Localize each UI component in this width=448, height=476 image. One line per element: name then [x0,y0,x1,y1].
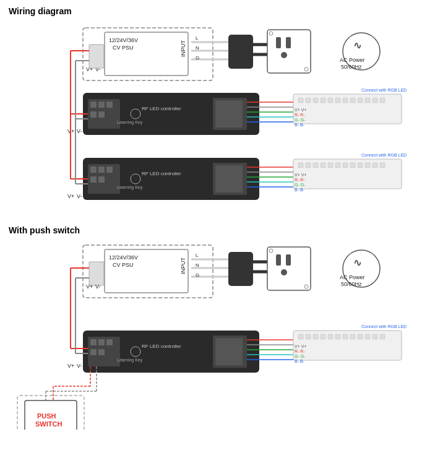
svg-text:G-  G-: G- G- [295,183,306,187]
svg-text:N: N [196,45,199,51]
svg-text:AC Power: AC Power [340,57,365,63]
svg-rect-102 [380,163,385,168]
svg-rect-36 [90,111,97,118]
wiring-title: Wiring diagram [9,6,439,16]
svg-rect-33 [90,102,97,108]
svg-text:Learning Key: Learning Key [117,185,143,190]
svg-text:V+ V+: V+ V+ [295,173,306,177]
svg-text:V+ V+: V+ V+ [295,108,306,112]
svg-text:∿: ∿ [353,257,361,268]
svg-rect-58 [358,98,363,103]
svg-rect-148 [98,339,105,345]
svg-rect-7 [89,45,104,68]
svg-rect-133 [286,254,291,266]
svg-text:V-: V- [77,193,82,199]
svg-rect-168 [335,334,340,339]
svg-rect-150 [90,349,97,355]
svg-text:G-  G-: G- G- [295,354,306,358]
svg-text:∿: ∿ [353,40,361,51]
svg-rect-169 [343,334,348,339]
svg-rect-57 [350,98,355,103]
svg-text:50/60Hz: 50/60Hz [341,281,362,287]
svg-rect-131 [267,247,311,290]
svg-rect-171 [358,334,363,339]
svg-rect-132 [276,254,281,266]
page-container: Wiring diagram 12/24V/36V CV PSU V+ V- I… [0,0,448,476]
svg-rect-54 [328,98,333,103]
svg-text:B-  B-: B- B- [295,359,305,363]
svg-text:V+ V+: V+ V+ [295,344,306,348]
svg-text:V+: V+ [86,283,93,290]
svg-rect-149 [106,339,113,345]
svg-rect-53 [321,98,325,103]
svg-text:B-  B-: B- B- [295,123,305,127]
svg-rect-165 [313,334,318,339]
svg-rect-166 [321,334,325,339]
svg-rect-19 [276,37,281,48]
svg-text:R-  R-: R- R- [295,113,305,117]
svg-rect-52 [313,98,318,103]
svg-rect-43 [215,100,243,128]
svg-rect-38 [106,102,113,108]
svg-text:N: N [196,262,199,268]
svg-rect-118 [89,262,104,285]
wiring-diagram: 12/24V/36V CV PSU V+ V- INPUT [9,19,439,223]
svg-rect-84 [215,165,243,193]
svg-rect-173 [373,334,377,339]
svg-rect-147 [90,339,97,345]
svg-rect-34 [98,102,105,108]
svg-rect-18 [267,30,311,73]
svg-rect-167 [328,334,333,339]
svg-text:V-: V- [95,283,101,290]
svg-text:INPUT: INPUT [180,40,186,57]
svg-rect-100 [365,163,370,168]
svg-rect-59 [365,98,370,103]
push-switch-title: With push switch [9,225,439,235]
svg-rect-163 [298,334,303,339]
svg-text:L: L [196,253,199,258]
svg-text:INPUT: INPUT [180,257,186,274]
svg-rect-164 [306,334,311,339]
svg-text:PUSH: PUSH [37,412,56,420]
svg-rect-77 [106,167,113,173]
svg-rect-20 [286,37,291,48]
svg-text:Learning Key: Learning Key [117,358,143,363]
svg-text:Learning Key: Learning Key [117,120,143,125]
svg-rect-92 [306,163,311,168]
svg-rect-172 [365,334,370,339]
svg-rect-93 [313,163,318,168]
svg-rect-96 [335,163,340,168]
svg-rect-170 [350,334,355,339]
svg-text:50/60Hz: 50/60Hz [341,64,362,70]
svg-text:V-: V- [77,363,82,369]
svg-text:G-  G-: G- G- [295,118,306,122]
svg-rect-78 [90,176,97,183]
svg-text:RF LED controller: RF LED controller [142,344,181,349]
svg-rect-134 [281,269,287,275]
svg-text:Connect with RGB LED: Connect with RGB LED [361,153,407,157]
svg-rect-156 [215,338,243,365]
svg-text:G: G [196,55,199,61]
svg-text:L: L [196,35,199,41]
svg-rect-174 [380,334,385,339]
svg-rect-15 [228,35,253,69]
svg-rect-37 [98,111,105,118]
svg-text:AC Power: AC Power [340,274,365,280]
svg-text:Connect with RGB LED: Connect with RGB LED [361,324,407,329]
svg-text:RF LED controller: RF LED controller [142,106,181,111]
svg-text:V-: V- [77,128,82,134]
svg-text:12/24V/36V: 12/24V/36V [109,254,138,261]
svg-rect-95 [328,163,333,168]
svg-rect-101 [373,163,377,168]
svg-rect-60 [373,98,377,103]
svg-text:CV PSU: CV PSU [113,45,134,51]
svg-text:12/24V/36V: 12/24V/36V [109,37,138,43]
svg-rect-61 [380,98,385,103]
svg-rect-75 [90,167,97,173]
svg-rect-55 [335,98,340,103]
push-switch-diagram: 12/24V/36V CV PSU V+ V- INPUT L N G ∿ AC… [9,238,439,430]
svg-rect-50 [298,98,303,103]
svg-rect-97 [343,163,348,168]
svg-text:G: G [196,272,199,278]
svg-rect-151 [98,349,105,355]
